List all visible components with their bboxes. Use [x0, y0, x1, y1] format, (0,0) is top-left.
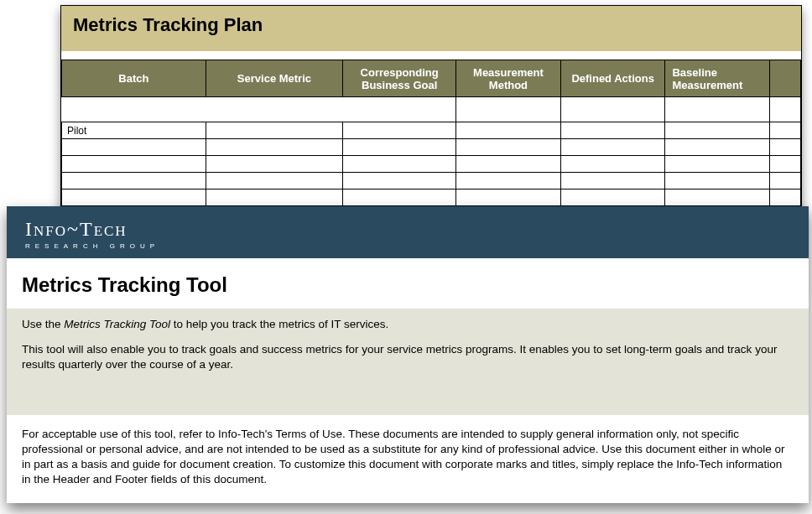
col-service-metric: Service Metric [206, 60, 343, 97]
table-row[interactable] [62, 173, 801, 190]
terms-paragraph: For acceptable use of this tool, refer t… [22, 427, 794, 488]
table-spacer-row [62, 97, 801, 122]
cell-batch[interactable] [62, 156, 206, 173]
col-batch: Batch [62, 60, 206, 97]
cell-batch[interactable] [62, 173, 206, 190]
col-tail [770, 60, 801, 97]
metrics-tool-doc: Info~Tech RESEARCH GROUP Metrics Trackin… [7, 206, 809, 503]
intro-prefix: Use the [22, 318, 64, 330]
doc-title: Metrics Tracking Tool [7, 258, 809, 309]
doc-header: Info~Tech RESEARCH GROUP [7, 206, 809, 258]
table-row[interactable]: Pilot [62, 122, 801, 139]
sheet-title-band: Metrics Tracking Plan [61, 6, 801, 51]
intro-tool-name: Metrics Tracking Tool [64, 318, 170, 330]
intro-suffix: to help you track the metrics of IT serv… [170, 318, 388, 330]
col-baseline-measurement: Baseline Measurement [665, 60, 770, 97]
cell-batch[interactable]: Pilot [62, 122, 206, 139]
table-header-row: Batch Service Metric Corresponding Busin… [62, 60, 801, 97]
brand-name: Info~Tech [25, 218, 790, 241]
col-measurement-method: Measurement Method [456, 60, 561, 97]
table-row[interactable] [62, 190, 801, 206]
col-defined-actions: Defined Actions [560, 60, 665, 97]
doc-terms: For acceptable use of this tool, refer t… [7, 415, 809, 503]
brand-subtitle: RESEARCH GROUP [25, 242, 790, 250]
table-row[interactable] [62, 156, 801, 173]
doc-intro: Use the Metrics Tracking Tool to help yo… [7, 309, 809, 415]
intro-paragraph-1: Use the Metrics Tracking Tool to help yo… [22, 317, 794, 332]
cell-batch[interactable] [62, 139, 206, 156]
intro-paragraph-2: This tool will also enable you to track … [22, 342, 794, 372]
col-business-goal: Corresponding Business Goal [343, 60, 456, 97]
cell-batch[interactable] [62, 190, 206, 206]
sheet-title: Metrics Tracking Plan [73, 14, 789, 36]
table-row[interactable] [62, 139, 801, 156]
